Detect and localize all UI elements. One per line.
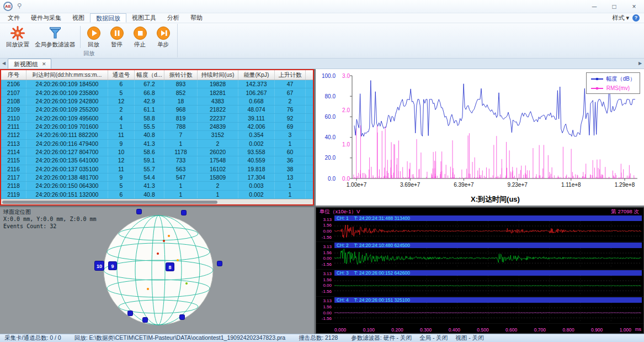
step-button[interactable]: 单步 (152, 24, 175, 50)
menu-bar: 文件硬件与采集视图数据回放视图工具分析帮助 样式 ▾ ? (0, 13, 644, 23)
table-row[interactable]: 210724:20:26:00:109 235800566.8852182811… (1, 88, 313, 97)
menu-data-playback[interactable]: 数据回放 (90, 13, 126, 23)
table-row[interactable]: 211024:20:26:00:109 495600458.8819222373… (1, 114, 313, 122)
playback-settings-button[interactable]: 回放设置 (3, 24, 32, 50)
table-cell: 2 (198, 140, 238, 148)
pin-icon[interactable]: ⚲ (17, 2, 22, 9)
minimize-button[interactable]: ─ (584, 0, 604, 13)
table-row[interactable]: 210924:20:26:00:109 255200261.1968218224… (1, 106, 313, 114)
table-horizontal-scrollbar[interactable] (1, 199, 313, 204)
table-row[interactable]: 211324:20:26:00:116 479400941.3120.0021 (1, 140, 313, 148)
menu-file[interactable]: 文件 (2, 13, 25, 23)
style-menu-button[interactable]: 样式 ▾ (612, 14, 629, 22)
ribbon: 回放设置全局参数滤波器回放暂停停止单步 回放 (0, 23, 644, 59)
wave-y-tick: 0.00 (316, 256, 333, 261)
table-cell: 2 (108, 106, 135, 113)
maximize-button[interactable]: □ (604, 0, 624, 13)
status-card-channel-count: 采集卡/通道总数: 0 / 0 (4, 334, 61, 342)
sensor-marker[interactable] (143, 318, 148, 323)
play-button[interactable]: 回放 (82, 24, 105, 50)
pause-icon (110, 25, 124, 41)
x-axis-tick: 1.11e+8 (561, 182, 581, 188)
x-axis-tick: 1.29e+8 (615, 182, 635, 188)
stop-button[interactable]: 停止 (129, 24, 152, 50)
menu-view[interactable]: 视图 (67, 13, 90, 23)
sensor-label: 10 (97, 264, 102, 269)
table-row[interactable]: 210824:20:26:00:109 2428001242.91843830.… (1, 97, 313, 106)
waveform-channel-4[interactable]: 3.131.560.00-1.56CH: 4T: 24:20:26:00:151… (316, 297, 643, 324)
global-parameter-filter-button[interactable]: 全局参数滤波器 (32, 24, 78, 50)
wave-y-tick: 3.13 (316, 271, 333, 276)
sphere-info-text: 球面定位图 X:0.0 mm, Y:0.0 mm, Z:0.0 mm Event… (3, 208, 97, 230)
scrollbar-thumb[interactable] (2, 201, 217, 204)
table-cell: 24:20:26:00:137 035100 (26, 165, 108, 173)
pause-button[interactable]: 暂停 (105, 24, 129, 50)
sensor-marker[interactable] (182, 211, 187, 215)
column-header-1[interactable]: 序号 (1, 70, 26, 80)
menu-analysis[interactable]: 分析 (162, 13, 185, 23)
table-row[interactable]: 211124:20:26:00:109 701600155.5788248394… (1, 123, 313, 131)
sensor-marker[interactable] (180, 315, 185, 320)
column-header-5[interactable]: 振铃计数 (164, 70, 198, 80)
table-cell: 17548 (198, 156, 238, 164)
table-cell: 893 (164, 80, 198, 88)
waveform-channel-1[interactable]: 3.131.560.00-1.56CH: 1T: 24:20:24:31:488… (316, 215, 643, 242)
menu-hardware-acquisition[interactable]: 硬件与采集 (25, 13, 67, 23)
column-header-8[interactable]: 上升计数 (275, 70, 306, 80)
menu-view-tools[interactable]: 视图工具 (126, 13, 162, 23)
table-row[interactable]: 211924:20:26:00:151 132000640.8110.0021 (1, 191, 313, 199)
waveform-panel[interactable]: 单位（x10e-1）V 第 27098 次 3.131.560.00-1.56C… (316, 207, 644, 334)
table-cell: 66.8 (135, 88, 164, 96)
table-cell: 18281 (198, 88, 238, 96)
sphere-location-panel[interactable]: 球面定位图 X:0.0 mm, Y:0.0 mm, Z:0.0 mm Event… (0, 207, 314, 334)
sensor-marker[interactable] (217, 261, 222, 266)
wave-y-tick: -1.56 (316, 289, 333, 294)
table-row[interactable]: 211724:20:26:00:138 481700954.4547158091… (1, 173, 313, 182)
view-tab-label: 新视图组 (14, 60, 38, 69)
table-cell: 2109 (1, 106, 26, 113)
table-row[interactable]: 211824:20:26:00:150 064300541.3120.0031 (1, 182, 313, 190)
tab-close-icon[interactable]: ✕ (42, 61, 46, 67)
table-cell: 0.002 (238, 191, 275, 198)
tab-scroll-left-icon[interactable]: ◀ (0, 59, 8, 69)
waveform-channel-2[interactable]: 3.131.560.00-1.56CH: 2T: 24:20:24:10:480… (316, 242, 643, 269)
table-cell: 9 (108, 173, 135, 181)
table-cell: 11 (108, 131, 135, 139)
chevron-down-icon: ▾ (626, 14, 629, 21)
sensor-marker[interactable] (128, 311, 133, 316)
wave-y-tick: 3.13 (316, 298, 333, 303)
close-button[interactable]: × (624, 0, 644, 13)
table-cell: 24:20:26:00:109 184500 (26, 80, 108, 88)
table-row[interactable]: 210624:20:26:00:109 184500667.2893198281… (1, 80, 313, 88)
table-cell: 24:20:26:00:150 064300 (26, 182, 108, 190)
column-header-3[interactable]: 通道号 (108, 70, 135, 80)
wave-x-tick: 0.200 (391, 327, 403, 333)
table-row[interactable]: 211224:20:26:00:111 8822001140.8731520.3… (1, 131, 313, 139)
sensor-marker[interactable] (137, 209, 142, 214)
legend-label: RMS(mv) (606, 85, 630, 91)
wave-y-tick: 0.00 (316, 228, 333, 233)
table-cell: 24:20:26:00:109 235800 (26, 88, 108, 96)
tab-scroll-right-icon[interactable]: ▶ (636, 59, 644, 69)
table-row[interactable]: 211424:20:26:00:127 8047001058.611782602… (1, 148, 313, 156)
column-header-4[interactable]: 幅度（d... (135, 70, 164, 80)
ribbon-buttons: 回放设置全局参数滤波器回放暂停停止单步 (3, 24, 175, 50)
table-cell: 13 (275, 173, 306, 181)
view-tab-new-view-group[interactable]: 新视图组 ✕ (8, 59, 51, 69)
waveform-channel-3[interactable]: 3.131.560.00-1.56CH: 3T: 24:20:26:00:152… (316, 270, 643, 297)
table-row[interactable]: 211624:20:26:00:137 0351001155.756316102… (1, 165, 313, 173)
column-header-7[interactable]: 能量(KpJ) (238, 70, 275, 80)
table-row[interactable]: 211524:20:26:00:135 6410001259.173317548… (1, 156, 313, 165)
column-header-6[interactable]: 持续时间(us) (198, 70, 238, 80)
menu-help[interactable]: 帮助 (185, 13, 208, 23)
column-header-2[interactable]: 到达时间(dd:hh:mm:ss:m... (26, 70, 108, 80)
table-cell: 93.558 (238, 148, 275, 156)
help-icon[interactable]: ? (632, 14, 640, 22)
y-axis-left-tick: 0.0 (328, 176, 336, 182)
hits-table-panel[interactable]: 序号到达时间(dd:hh:mm:ss:m...通道号幅度（d...振铃计数持续时… (0, 69, 314, 206)
status-hit-total: 撞击总数: 2128 (299, 334, 338, 342)
menu-bar-right: 样式 ▾ ? (612, 13, 644, 23)
table-cell: 7 (164, 131, 198, 139)
amplitude-chart-panel[interactable]: 100.080.060.040.020.00.03.02.01.00.01.00… (316, 69, 644, 206)
gear-icon (10, 25, 25, 41)
